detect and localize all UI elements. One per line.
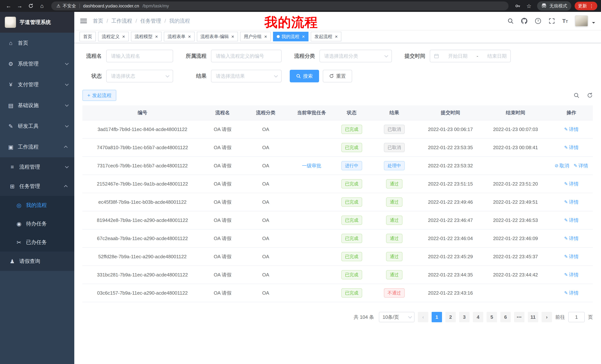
- sidebar-item-leave-query[interactable]: ♟请假查询: [0, 252, 74, 271]
- hamburger-icon[interactable]: [80, 19, 87, 23]
- goto-page-input[interactable]: [568, 312, 585, 322]
- page-button-11[interactable]: 11: [528, 312, 538, 322]
- detail-icon: ✎: [564, 218, 568, 223]
- close-icon[interactable]: ×: [302, 34, 305, 39]
- github-icon[interactable]: [521, 18, 528, 24]
- sidebar-item-label: 首页: [18, 39, 28, 47]
- cell-submit-time: 2022-01-22 23:53:35: [420, 138, 481, 157]
- page-size-select[interactable]: 10条/页: [379, 312, 415, 322]
- tab-start-process[interactable]: 发起流程×: [311, 32, 341, 41]
- tab-my-process[interactable]: 我的流程×: [273, 32, 309, 41]
- detail-link[interactable]: ✎详情: [564, 144, 579, 151]
- cell-current-task: [289, 175, 334, 193]
- forward-icon[interactable]: →: [15, 1, 25, 11]
- sidebar-item-task-management[interactable]: ⊞任务管理: [0, 177, 74, 196]
- close-icon[interactable]: ×: [155, 34, 158, 39]
- detail-label: 详情: [569, 253, 579, 260]
- date-range-picker[interactable]: 开始日期 - 结束日期: [430, 50, 511, 62]
- page-button-2[interactable]: 2: [445, 312, 456, 322]
- detail-link[interactable]: ✎详情: [564, 272, 579, 278]
- next-page-button[interactable]: ›: [541, 312, 552, 322]
- font-size-icon[interactable]: TT: [562, 18, 568, 24]
- breadcrumb: 首页/工作流程/任务管理/我的流程: [93, 18, 190, 25]
- status-select[interactable]: 请选择状态: [106, 70, 173, 82]
- page-button-4[interactable]: 4: [473, 312, 483, 322]
- sidebar-item-workflow[interactable]: ▣工作流程: [0, 136, 74, 157]
- current-task-link[interactable]: 一级审批: [302, 163, 321, 168]
- close-icon[interactable]: ×: [231, 34, 234, 39]
- security-warning[interactable]: ⚠ 不安全: [56, 3, 76, 9]
- column-header: 编号: [82, 105, 202, 120]
- detail-label: 详情: [569, 235, 579, 242]
- sidebar-item-process-management[interactable]: ≡流程管理: [0, 157, 74, 177]
- detail-link[interactable]: ✎详情: [564, 235, 579, 242]
- pagination: 共 104 条 10条/页 ‹ 123456•••11 › 前往 页: [82, 312, 593, 322]
- reload-icon[interactable]: [26, 1, 36, 11]
- sidebar-item-dev-tools[interactable]: ✎研发工具: [0, 116, 74, 136]
- prev-page-button[interactable]: ‹: [418, 312, 428, 322]
- close-icon[interactable]: ×: [122, 34, 125, 39]
- tab-process-form[interactable]: 流程表单×: [164, 32, 194, 41]
- tab-process-form-edit[interactable]: 流程表单-编辑×: [197, 32, 238, 41]
- page-button-3[interactable]: 3: [459, 312, 470, 322]
- start-process-button[interactable]: + 发起流程: [82, 90, 116, 101]
- detail-link[interactable]: ✎详情: [564, 253, 579, 260]
- close-icon[interactable]: ×: [335, 34, 338, 39]
- sidebar-item-home[interactable]: ⌂首页: [0, 33, 74, 53]
- sidebar-item-done-tasks[interactable]: ✂已办任务: [0, 233, 74, 252]
- pagination-ellipsis[interactable]: •••: [514, 312, 524, 322]
- cancel-link[interactable]: ⊘取消: [555, 163, 569, 169]
- breadcrumb-item[interactable]: 任务管理: [140, 18, 161, 25]
- result-select[interactable]: 请选择流结果: [211, 70, 281, 82]
- reset-button[interactable]: 重置: [323, 70, 352, 82]
- process-name-input[interactable]: [106, 50, 173, 62]
- address-bar[interactable]: ⚠ 不安全 dashboard.yudao.iocoder.cn/bpm/tas…: [51, 1, 509, 10]
- back-icon[interactable]: ←: [4, 1, 13, 11]
- sidebar-item-infrastructure[interactable]: ▤基础设施: [0, 95, 74, 116]
- help-icon[interactable]: ?: [535, 18, 541, 24]
- table-refresh-icon[interactable]: [587, 92, 593, 98]
- page-button-6[interactable]: 6: [500, 312, 511, 322]
- tab-process-definition[interactable]: 流程定义×: [98, 32, 129, 41]
- avatar-caret-icon[interactable]: [592, 22, 595, 25]
- tab-home[interactable]: 首页: [80, 32, 96, 41]
- logo[interactable]: 芋道管理系统: [0, 12, 74, 33]
- page-button-1[interactable]: 1: [432, 312, 442, 322]
- avatar[interactable]: [575, 15, 588, 27]
- table-row: ec45f38f-7b9a-11ec-b03b-acde48001122OA 请…: [82, 193, 593, 211]
- fullscreen-icon[interactable]: [549, 18, 555, 24]
- detail-link[interactable]: ✎详情: [564, 126, 579, 133]
- breadcrumb-item[interactable]: 首页: [93, 18, 103, 25]
- update-button[interactable]: 更新 ⋮: [575, 2, 597, 10]
- tab-process-model[interactable]: 流程模型×: [131, 32, 161, 41]
- detail-link[interactable]: ✎详情: [564, 199, 579, 205]
- detail-link[interactable]: ✎详情: [564, 217, 579, 224]
- process-table: 编号流程名流程分类当前审批任务状态结果提交时间结束时间操作 3ad174fb-7…: [82, 105, 593, 302]
- table-row: 7317cec6-7b9b-11ec-b5b7-acde48001122OA 请…: [82, 157, 593, 175]
- browser-home-icon[interactable]: ⌂: [37, 1, 47, 11]
- bookmark-star-icon[interactable]: ☆: [524, 1, 534, 11]
- sidebar-item-payment-management[interactable]: ¥支付管理: [0, 74, 74, 95]
- detail-link[interactable]: ✎详情: [574, 163, 588, 169]
- tab-user-group[interactable]: 用户分组×: [240, 32, 271, 41]
- browser-menu-icon[interactable]: ⋮: [589, 3, 594, 9]
- filter-category: 流程分类 请选择流程分类: [290, 50, 392, 62]
- detail-link[interactable]: ✎详情: [564, 290, 579, 296]
- breadcrumb-item[interactable]: 工作流程: [111, 18, 132, 25]
- sidebar-item-my-process[interactable]: ◎我的流程: [0, 196, 74, 214]
- search-button[interactable]: 搜索: [290, 70, 319, 82]
- close-icon[interactable]: ×: [188, 34, 191, 39]
- page-button-5[interactable]: 5: [487, 312, 497, 322]
- header-search-icon[interactable]: [507, 18, 514, 24]
- cell-id: 03c6c157-7b9a-11ec-a290-acde48001122: [82, 284, 202, 302]
- process-definition-input[interactable]: [211, 50, 281, 62]
- column-header: 状态: [334, 105, 369, 120]
- key-icon[interactable]: [513, 1, 523, 11]
- sidebar-item-system-management[interactable]: ⚙系统管理: [0, 53, 74, 74]
- sidebar-item-todo-tasks[interactable]: ◉待办任务: [0, 214, 74, 233]
- table-search-toggle-icon[interactable]: [573, 92, 580, 98]
- category-select[interactable]: 请选择流程分类: [320, 50, 392, 62]
- close-icon[interactable]: ×: [264, 34, 267, 39]
- cell-end-time: 2022-01-22 23:44:42: [481, 266, 550, 284]
- detail-link[interactable]: ✎详情: [564, 181, 579, 187]
